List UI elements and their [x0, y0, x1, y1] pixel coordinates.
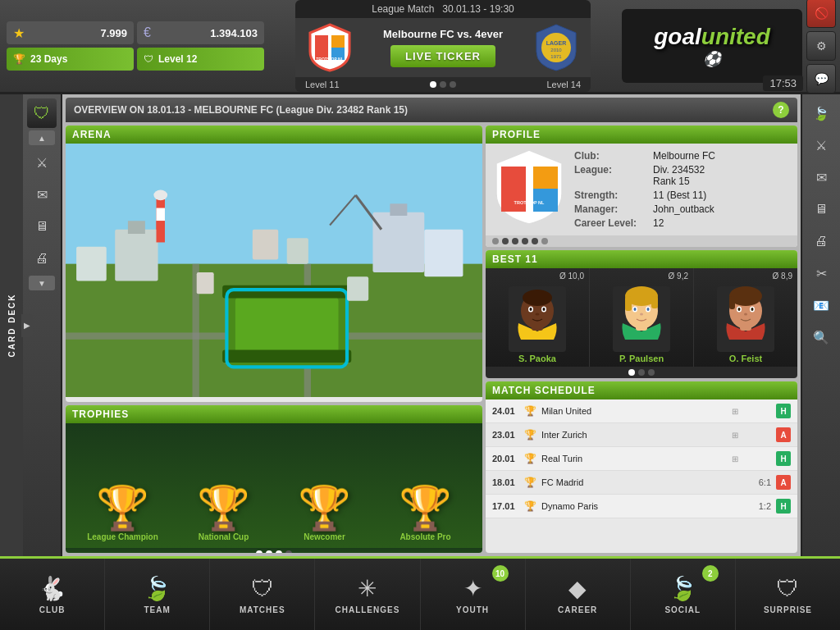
nav-item-team[interactable]: 🍃 TEAM: [105, 559, 210, 630]
player-dot-indicator: [486, 367, 797, 378]
sch-icon-4: 🏆: [523, 477, 536, 488]
sidebar-scroll-up[interactable]: ▲: [29, 130, 55, 145]
schedule-content: 24.01 🏆 Milan United ⊞ H 23.01 🏆 Inter Z…: [486, 399, 797, 548]
player-avatar-1: [509, 286, 566, 352]
no-entry-button[interactable]: 🚫: [806, 0, 836, 28]
right-sidebar-envelope[interactable]: ✉: [806, 162, 836, 192]
trophy-item-3: 🏆 Newcomer: [274, 486, 375, 541]
settings-button[interactable]: ⚙: [806, 31, 836, 61]
days-row: 🏆 23 Days: [7, 48, 134, 71]
player-card-1: Ø 10,0: [486, 268, 590, 367]
nav-item-career[interactable]: ◆ CAREER: [526, 559, 631, 630]
level-left: Level 11: [305, 80, 340, 89]
sidebar-shield-main[interactable]: 🛡: [27, 98, 57, 128]
player-name-3: O. Feist: [729, 354, 762, 363]
nav-item-club[interactable]: 🐇 CLUB: [0, 559, 105, 630]
sch-icon-1: 🏆: [523, 405, 536, 417]
expand-arrow[interactable]: ▶: [21, 314, 33, 337]
schedule-section: MATCH SCHEDULE 24.01 🏆 Milan United ⊞ H …: [486, 381, 797, 553]
right-sidebar: 🍃 ⚔ ✉ 🖥 🖨 ✂ 📧 🔍: [801, 94, 840, 556]
stars-value: 7.999: [30, 27, 127, 39]
svg-rect-21: [76, 247, 107, 281]
profile-league-key: League:: [574, 164, 648, 187]
live-ticker-button[interactable]: LIVE TICKER: [390, 45, 495, 67]
right-sidebar-tools[interactable]: ⚔: [806, 130, 836, 160]
sch-grid-3: ⊞: [727, 454, 743, 463]
bottom-nav: 🐇 CLUB 🍃 TEAM 🛡 MATCHES ✳ CHALLENGES 10 …: [0, 556, 840, 630]
right-sidebar-monitor[interactable]: 🖥: [806, 194, 836, 224]
sidebar-tools-1[interactable]: ⚔: [27, 148, 57, 177]
trophy-icon-2: 🏆: [197, 486, 250, 529]
stat-block: ★ 7.999 🏆 23 Days: [7, 21, 134, 71]
tdot-2: [266, 550, 272, 553]
right-sidebar-printer[interactable]: 🖨: [806, 226, 836, 256]
right-sidebar-scissors[interactable]: ✂: [806, 258, 836, 288]
trophy-icon-small: 🏆: [13, 53, 25, 65]
nav-label-club: CLUB: [39, 605, 66, 614]
match-vs: Melbourne FC vs. 4ever LIVE TICKER: [354, 28, 532, 67]
profile-league-row: League: Div. 234532 Rank 15: [574, 164, 791, 187]
right-sidebar-envelope2[interactable]: 📧: [806, 290, 836, 320]
nav-item-youth[interactable]: 10 ✦ YOUTH: [421, 559, 526, 630]
sch-date-3: 20.01: [492, 454, 518, 463]
players-content: Ø 10,0: [486, 268, 797, 367]
profile-badge-svg: TROTS OP NL: [495, 148, 564, 226]
trophies-section: TROPHIES 🏆 League Champion 🏆 National Cu…: [66, 405, 482, 553]
svg-text:LAGER: LAGER: [546, 40, 567, 46]
trophy-item-1: 🏆 League Champion: [72, 486, 173, 541]
nav-icon-social: 🍃: [669, 575, 697, 602]
svg-rect-32: [287, 238, 308, 263]
chat-button[interactable]: 💬: [806, 64, 836, 94]
right-sidebar-leaf[interactable]: 🍃: [806, 98, 836, 128]
nav-item-challenges[interactable]: ✳ CHALLENGES: [315, 559, 420, 630]
pldot-3: [648, 369, 655, 376]
stat-block-2: € 1.394.103 🛡 Level 12: [137, 21, 264, 71]
help-button[interactable]: ?: [773, 102, 789, 118]
days-value: 23 Days: [30, 53, 67, 65]
sidebar-envelope[interactable]: ✉: [27, 180, 57, 209]
player-card-3: Ø 8,9: [694, 268, 797, 367]
svg-point-42: [523, 290, 552, 306]
player-card-2: Ø 9,2: [590, 268, 694, 367]
schedule-row-4: 18.01 🏆 FC Madrid 6:1 A: [486, 471, 797, 495]
svg-rect-17: [222, 349, 351, 363]
sidebar-scroll-down[interactable]: ▼: [29, 276, 55, 290]
pdot-5: [532, 238, 538, 244]
trophy-dot-indicator: [66, 548, 482, 553]
center-content: OVERVIEW ON 18.01.13 - MELBOURNE FC (Lea…: [62, 94, 801, 556]
nav-item-surprise[interactable]: 🛡 SURPRISE: [736, 559, 840, 630]
nav-item-social[interactable]: 2 🍃 SOCIAL: [631, 559, 736, 630]
svg-rect-20: [128, 221, 145, 234]
sch-date-2: 23.01: [492, 430, 518, 440]
svg-text:2010: 2010: [550, 48, 562, 52]
player-avatar-2: [613, 286, 670, 352]
sch-grid-1: ⊞: [727, 407, 743, 416]
nav-icon-challenges: ✳: [358, 575, 377, 602]
sch-date-5: 17.01: [492, 501, 518, 511]
sch-score-5: 1:2: [748, 501, 771, 511]
right-team-badge-svg: LAGER 2010 1971: [535, 23, 578, 72]
nav-label-matches: MATCHES: [240, 605, 285, 614]
right-sidebar-search[interactable]: 🔍: [806, 322, 836, 352]
svg-rect-19: [115, 230, 158, 281]
level-row: 🛡 Level 12: [137, 48, 264, 71]
profile-strength-val: 11 (Best 11): [653, 189, 706, 201]
right-icon-buttons: 🚫 ⚙ 💬: [806, 0, 836, 94]
level-right: Level 14: [546, 80, 581, 89]
sidebar-printer[interactable]: 🖨: [27, 244, 57, 273]
left-team-badge-svg: TROTS OP NL: [308, 23, 351, 72]
logo-area: goalunited ⚽: [622, 9, 802, 83]
sidebar-monitor[interactable]: 🖥: [27, 212, 57, 241]
sch-ha-4: A: [776, 475, 791, 490]
svg-point-68: [744, 313, 747, 316]
nav-item-matches[interactable]: 🛡 MATCHES: [210, 559, 315, 630]
trophies-header: TROPHIES: [66, 405, 482, 423]
currency-row: € 1.394.103: [137, 21, 264, 44]
schedule-row-2: 23.01 🏆 Inter Zurich ⊞ A: [486, 423, 797, 447]
sch-team-3: Real Turin: [541, 454, 722, 463]
match-center: League Match 30.01.13 - 19:30 TROTS OP N…: [272, 0, 614, 92]
svg-rect-53: [651, 296, 658, 308]
arena-image: [66, 144, 482, 397]
svg-rect-16: [222, 285, 351, 299]
card-deck-container[interactable]: CARD DECK ▶: [0, 94, 23, 556]
